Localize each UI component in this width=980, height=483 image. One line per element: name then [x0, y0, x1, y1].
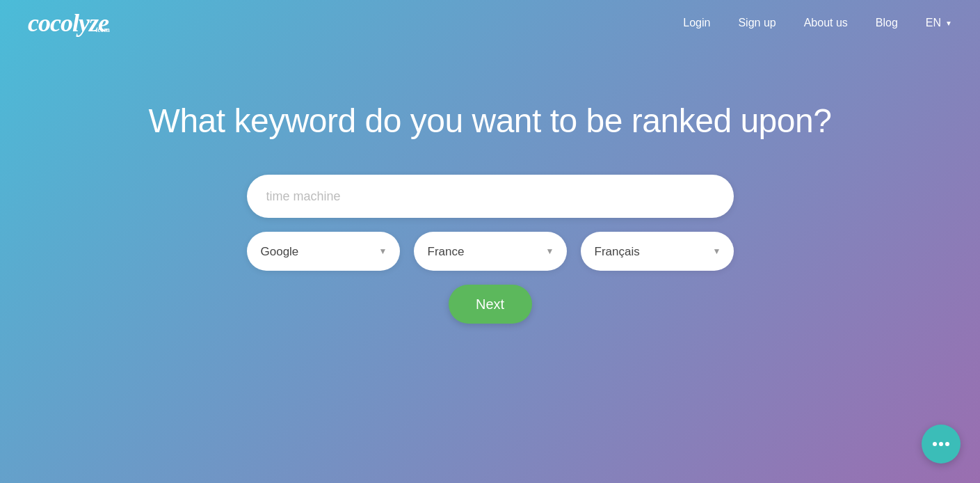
logo[interactable]: cocolyze.com [28, 8, 109, 38]
logo-com: .com [96, 26, 110, 33]
language-dropdown-wrapper: Français English Deutsch Español ▼ [581, 232, 734, 271]
engine-dropdown-wrapper: Google Bing Yahoo ▼ [247, 232, 400, 271]
search-form: Google Bing Yahoo ▼ France United States… [247, 175, 734, 324]
nav-login[interactable]: Login [683, 17, 710, 29]
chat-dot-3 [945, 442, 949, 446]
language-switcher[interactable]: EN ▼ [926, 17, 952, 29]
lang-label: EN [926, 17, 941, 29]
nav-signup[interactable]: Sign up [738, 17, 776, 29]
country-select[interactable]: France United States United Kingdom Germ… [414, 232, 567, 271]
dropdowns-row: Google Bing Yahoo ▼ France United States… [247, 232, 734, 271]
language-select[interactable]: Français English Deutsch Español [581, 232, 734, 271]
chat-dot-1 [933, 442, 937, 446]
chat-widget-button[interactable] [922, 425, 961, 464]
header: cocolyze.com Login Sign up About us Blog… [0, 0, 980, 46]
keyword-input[interactable] [247, 175, 734, 218]
next-button[interactable]: Next [449, 285, 532, 324]
country-dropdown-wrapper: France United States United Kingdom Germ… [414, 232, 567, 271]
chevron-down-icon: ▼ [945, 19, 952, 27]
chat-dot-2 [939, 442, 943, 446]
page-headline: What keyword do you want to be ranked up… [149, 102, 832, 140]
nav-about[interactable]: About us [804, 17, 848, 29]
nav-blog[interactable]: Blog [876, 17, 898, 29]
navigation: Login Sign up About us Blog EN ▼ [683, 17, 952, 29]
engine-select[interactable]: Google Bing Yahoo [247, 232, 400, 271]
main-content: What keyword do you want to be ranked up… [0, 46, 980, 324]
